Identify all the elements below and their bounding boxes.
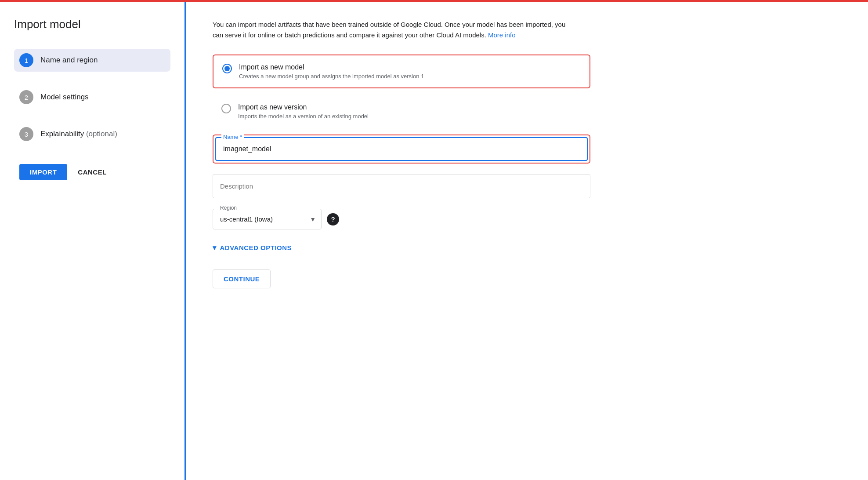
advanced-options-label: ADVANCED OPTIONS [220, 244, 292, 251]
top-red-bar [0, 0, 868, 2]
radio-import-new-version-button[interactable] [221, 104, 231, 113]
step-2-circle: 2 [19, 90, 33, 104]
step-3-circle: 3 [19, 127, 33, 141]
cancel-button[interactable]: CANCEL [78, 168, 107, 176]
radio-import-new-version[interactable]: Import as new version Imports the model … [213, 95, 590, 127]
sidebar: Import model 1 Name and region 2 Model s… [0, 2, 184, 480]
step-3-label: Explainability (optional) [40, 130, 117, 138]
step-3-explainability[interactable]: 3 Explainability (optional) [14, 123, 170, 145]
step-1-circle: 1 [19, 53, 33, 67]
more-info-link[interactable]: More info [488, 31, 516, 39]
step-1-name-region[interactable]: 1 Name and region [14, 49, 170, 72]
name-field-label: Name * [221, 134, 244, 140]
radio-import-new-model[interactable]: Import as new model Creates a new model … [213, 55, 590, 88]
step-2-label: Model settings [40, 93, 89, 102]
radio-import-new-model-sublabel: Creates a new model group and assigns th… [239, 73, 424, 80]
region-help-icon[interactable]: ? [327, 213, 339, 225]
step-1-label: Name and region [40, 56, 98, 65]
main-content: You can import model artifacts that have… [186, 2, 868, 480]
description-input[interactable] [213, 175, 590, 198]
advanced-options-chevron-icon: ▾ [213, 244, 217, 252]
radio-import-new-version-sublabel: Imports the model as a version of an exi… [238, 113, 369, 120]
region-select-wrapper: Region us-central1 (Iowa) us-east1 (Sout… [213, 209, 322, 229]
page-title: Import model [14, 18, 170, 31]
name-input[interactable] [216, 138, 587, 160]
description-input-wrapper [213, 174, 590, 198]
region-select[interactable]: us-central1 (Iowa) us-east1 (South Carol… [213, 209, 321, 229]
import-button[interactable]: IMPORT [19, 164, 67, 180]
step-2-model-settings[interactable]: 2 Model settings [14, 86, 170, 109]
name-input-wrapper: Name * [215, 137, 588, 161]
advanced-options-toggle[interactable]: ▾ ADVANCED OPTIONS [213, 244, 842, 252]
radio-import-new-version-label: Import as new version [238, 103, 369, 111]
radio-import-new-model-label: Import as new model [239, 63, 424, 71]
sidebar-actions: IMPORT CANCEL [14, 160, 170, 185]
radio-import-new-model-button[interactable] [222, 64, 232, 73]
name-input-group: Name * [213, 135, 590, 164]
intro-text: You can import model artifacts that have… [213, 19, 573, 40]
continue-button[interactable]: CONTINUE [213, 269, 271, 288]
region-field-label: Region [218, 205, 239, 211]
region-group: Region us-central1 (Iowa) us-east1 (Sout… [213, 209, 339, 229]
step-3-optional: (optional) [84, 130, 117, 138]
